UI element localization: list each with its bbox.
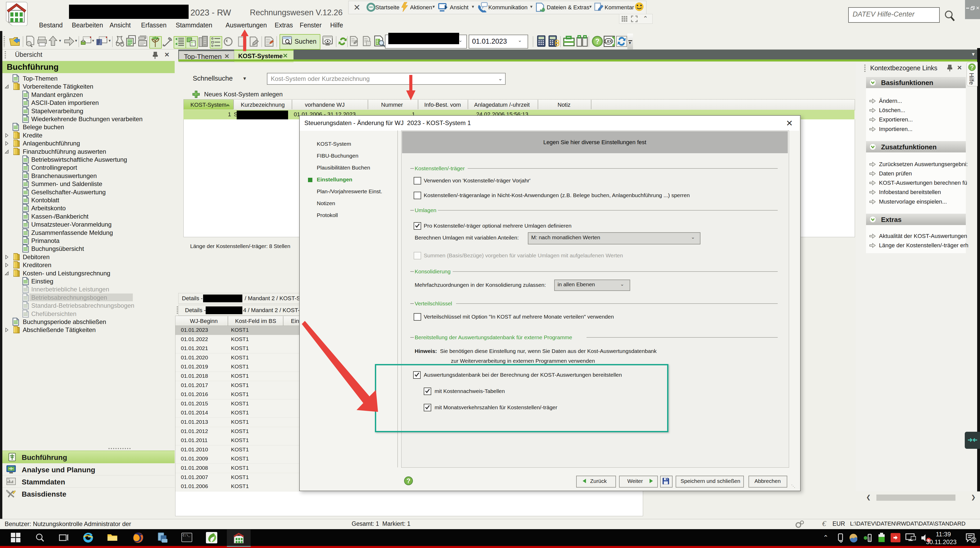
- svg-text:€: €: [822, 519, 827, 527]
- svg-text:?: ?: [970, 64, 974, 71]
- svg-text:?: ?: [406, 477, 410, 484]
- svg-text:LEX: LEX: [605, 39, 612, 43]
- svg-text:?: ?: [595, 37, 600, 45]
- svg-text:2: 2: [972, 537, 975, 543]
- svg-text:C:\_: C:\_: [183, 534, 191, 537]
